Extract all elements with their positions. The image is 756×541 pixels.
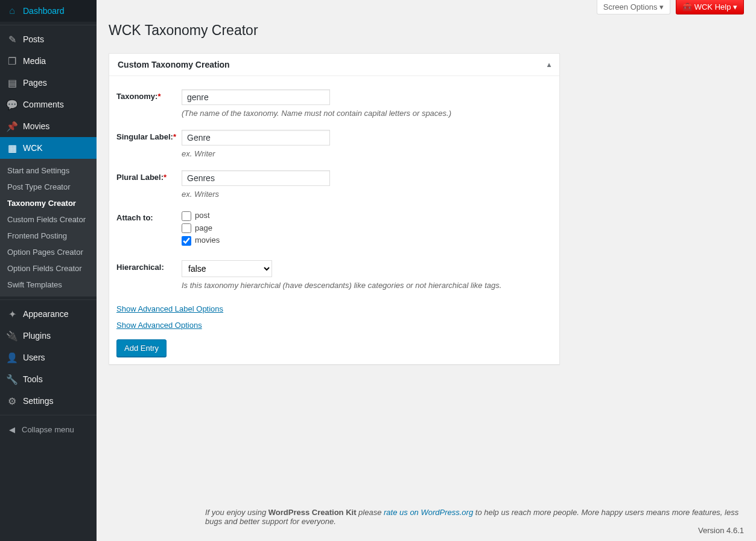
screen-options-button[interactable]: Screen Options ▾ bbox=[597, 0, 670, 14]
submenu-swift-templates[interactable]: Swift Templates bbox=[0, 277, 97, 293]
dashboard-icon: ⌂ bbox=[6, 5, 18, 17]
main-content: Screen Options ▾ 🧰 WCK Help ▾ WCK Taxono… bbox=[97, 0, 756, 541]
hierarchical-select[interactable]: false bbox=[182, 260, 272, 277]
footer-mid: please bbox=[356, 508, 384, 517]
sidebar-item-label: WCK bbox=[23, 143, 43, 153]
help-icon: 🧰 bbox=[682, 2, 692, 11]
comments-icon: 💬 bbox=[6, 98, 18, 110]
sidebar-item-label: Movies bbox=[23, 121, 49, 131]
plural-label-input[interactable] bbox=[182, 170, 330, 186]
submenu-custom-fields-creator[interactable]: Custom Fields Creator bbox=[0, 211, 97, 228]
attach-to-label: Attach to: bbox=[116, 211, 182, 248]
submenu-post-type-creator[interactable]: Post Type Creator bbox=[0, 179, 97, 195]
attach-checkbox-post[interactable] bbox=[182, 211, 191, 221]
plural-description: ex. Writers bbox=[182, 190, 552, 199]
hierarchical-label: Hierarchical: bbox=[116, 260, 182, 290]
collapse-icon: ◀ bbox=[6, 423, 18, 435]
footer-prefix: If you enjoy using bbox=[205, 508, 268, 517]
sidebar-item-label: Plugins bbox=[23, 331, 51, 341]
attach-checkbox-movies[interactable] bbox=[182, 236, 191, 246]
sidebar-item-label: Media bbox=[23, 56, 46, 66]
sidebar-item-appearance[interactable]: ✦ Appearance bbox=[0, 303, 97, 325]
add-entry-button[interactable]: Add Entry bbox=[116, 339, 167, 357]
panel-toggle-icon[interactable]: ▴ bbox=[547, 60, 551, 69]
panel-title: Custom Taxonomy Creation bbox=[118, 60, 230, 69]
tools-icon: 🔧 bbox=[6, 373, 18, 385]
wck-icon: ▦ bbox=[6, 142, 18, 154]
sidebar-item-settings[interactable]: ⚙ Settings bbox=[0, 390, 97, 412]
footer-version: Version 4.6.1 bbox=[698, 526, 744, 535]
attach-checkbox-page[interactable] bbox=[182, 223, 191, 233]
sidebar-item-tools[interactable]: 🔧 Tools bbox=[0, 368, 97, 390]
sidebar-item-wck[interactable]: ▦ WCK bbox=[0, 137, 97, 159]
submenu-option-fields-creator[interactable]: Option Fields Creator bbox=[0, 260, 97, 277]
footer-product: WordPress Creation Kit bbox=[268, 508, 357, 517]
sidebar-item-label: Appearance bbox=[23, 309, 69, 319]
taxonomy-input[interactable] bbox=[182, 89, 330, 105]
collapse-label: Collapse menu bbox=[22, 425, 74, 434]
sidebar-item-label: Posts bbox=[23, 34, 44, 44]
show-advanced-label-options-link[interactable]: Show Advanced Label Options bbox=[116, 304, 223, 313]
singular-label-label: Singular Label:* bbox=[116, 130, 182, 158]
sidebar-item-label: Pages bbox=[23, 78, 47, 88]
sidebar-item-label: Dashboard bbox=[23, 6, 65, 16]
sidebar-item-label: Users bbox=[23, 353, 45, 362]
footer: If you enjoy using WordPress Creation Ki… bbox=[205, 508, 744, 535]
users-icon: 👤 bbox=[6, 351, 18, 363]
taxonomy-description: (The name of the taxonomy. Name must not… bbox=[182, 109, 552, 118]
sidebar-item-users[interactable]: 👤 Users bbox=[0, 347, 97, 368]
posts-icon: ✎ bbox=[6, 33, 18, 45]
sidebar-item-pages[interactable]: ▤ Pages bbox=[0, 72, 97, 94]
pin-icon: 📌 bbox=[6, 120, 18, 132]
sidebar-item-posts[interactable]: ✎ Posts bbox=[0, 28, 97, 50]
sidebar-item-comments[interactable]: 💬 Comments bbox=[0, 94, 97, 115]
plural-label-label: Plural Label:* bbox=[116, 170, 182, 199]
submenu-frontend-posting[interactable]: Frontend Posting bbox=[0, 228, 97, 244]
plugins-icon: 🔌 bbox=[6, 330, 18, 342]
admin-sidebar: ⌂ Dashboard ✎ Posts ❐ Media ▤ Pages 💬 Co… bbox=[0, 0, 97, 541]
media-icon: ❐ bbox=[6, 55, 18, 67]
submenu-taxonomy-creator[interactable]: Taxonomy Creator bbox=[0, 195, 97, 211]
sidebar-item-label: Comments bbox=[23, 100, 64, 109]
panel-header[interactable]: Custom Taxonomy Creation ▴ bbox=[109, 54, 559, 76]
help-label: WCK Help ▾ bbox=[694, 2, 737, 11]
page-title: WCK Taxonomy Creator bbox=[97, 17, 756, 41]
attach-option-page[interactable]: page bbox=[182, 223, 552, 234]
attach-option-post[interactable]: post bbox=[182, 211, 552, 221]
sidebar-item-movies[interactable]: 📌 Movies bbox=[0, 115, 97, 137]
settings-icon: ⚙ bbox=[6, 395, 18, 407]
wck-submenu: Start and Settings Post Type Creator Tax… bbox=[0, 159, 97, 296]
submenu-start-settings[interactable]: Start and Settings bbox=[0, 162, 97, 179]
top-bar: Screen Options ▾ 🧰 WCK Help ▾ bbox=[97, 0, 756, 17]
pages-icon: ▤ bbox=[6, 77, 18, 89]
taxonomy-label: Taxonomy:* bbox=[116, 89, 182, 118]
hierarchical-description: Is this taxonomy hierarchical (have desc… bbox=[182, 281, 552, 290]
singular-description: ex. Writer bbox=[182, 149, 552, 158]
footer-rate-link[interactable]: rate us on WordPress.org bbox=[384, 508, 473, 517]
sidebar-item-label: Settings bbox=[23, 396, 54, 406]
custom-taxonomy-panel: Custom Taxonomy Creation ▴ Taxonomy:* (T… bbox=[109, 53, 560, 365]
sidebar-item-media[interactable]: ❐ Media bbox=[0, 50, 97, 72]
show-advanced-options-link[interactable]: Show Advanced Options bbox=[116, 321, 552, 330]
attach-option-movies[interactable]: movies bbox=[182, 235, 552, 246]
submenu-option-pages-creator[interactable]: Option Pages Creator bbox=[0, 244, 97, 260]
sidebar-item-plugins[interactable]: 🔌 Plugins bbox=[0, 325, 97, 347]
appearance-icon: ✦ bbox=[6, 308, 18, 320]
sidebar-item-dashboard[interactable]: ⌂ Dashboard bbox=[0, 0, 97, 22]
wck-help-button[interactable]: 🧰 WCK Help ▾ bbox=[676, 0, 744, 14]
singular-label-input[interactable] bbox=[182, 130, 330, 146]
collapse-menu-button[interactable]: ◀ Collapse menu bbox=[0, 418, 97, 440]
sidebar-item-label: Tools bbox=[23, 374, 43, 384]
